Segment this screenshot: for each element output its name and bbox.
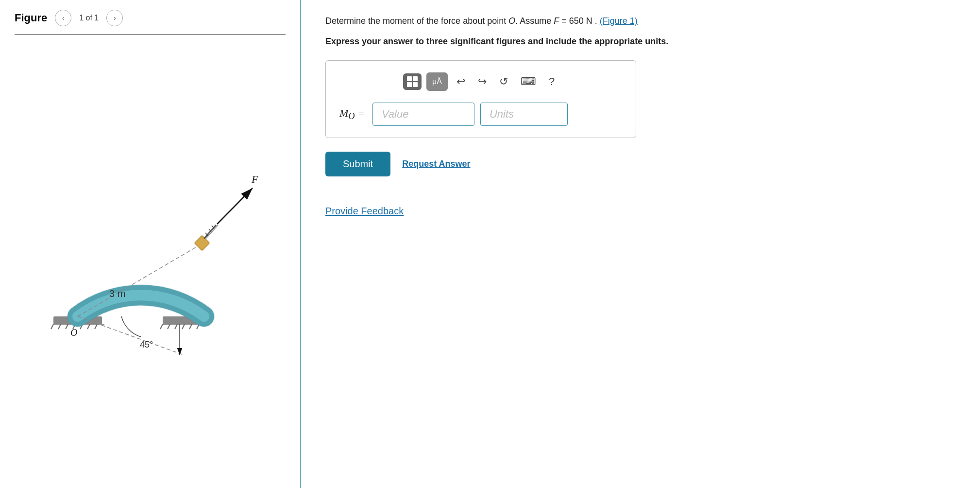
request-answer-button[interactable]: Request Answer (402, 159, 470, 169)
svg-line-10 (168, 324, 170, 329)
force-label: F (251, 173, 258, 185)
left-panel: Figure ‹ 1 of 1 › (0, 0, 301, 488)
figure-divider (15, 34, 286, 35)
svg-line-9 (160, 324, 163, 329)
svg-line-7 (95, 324, 97, 329)
svg-line-2 (58, 324, 61, 329)
matrix-cell-3 (407, 82, 412, 87)
figure-title: Figure (15, 12, 47, 24)
distance-label: 3 m (109, 288, 125, 299)
matrix-cell-4 (413, 82, 418, 87)
matrix-cell-1 (407, 76, 412, 81)
svg-line-13 (189, 324, 192, 329)
diagram-svg: O 3 m 45° (24, 54, 277, 384)
right-panel: Determine the moment of the force about … (301, 0, 980, 488)
svg-line-12 (182, 324, 185, 329)
figure-header: Figure ‹ 1 of 1 › (15, 10, 286, 26)
keyboard-button[interactable]: ⌨ (517, 73, 540, 90)
problem-instruction: Express your answer to three significant… (325, 36, 956, 47)
mu-button[interactable]: μÅ (426, 72, 448, 91)
mo-subscript: O (348, 111, 355, 121)
point-o-label: O (70, 327, 77, 338)
matrix-cell-2 (413, 76, 418, 81)
figure-area: O 3 m 45° (15, 44, 286, 384)
value-input[interactable] (372, 103, 474, 126)
undo-button[interactable]: ↩ (453, 73, 469, 90)
matrix-button[interactable] (403, 73, 422, 90)
help-button[interactable]: ? (545, 73, 558, 90)
svg-line-3 (66, 324, 68, 329)
rope (204, 225, 216, 239)
arch-shadow (78, 295, 204, 316)
redo-button[interactable]: ↪ (474, 73, 490, 90)
answer-box: μÅ ↩ ↪ ↺ ⌨ ? MO = (325, 60, 636, 138)
units-input[interactable] (480, 103, 568, 126)
refresh-button[interactable]: ↺ (495, 73, 512, 90)
input-row: MO = (339, 103, 622, 126)
svg-line-11 (175, 324, 177, 329)
angle-label: 45° (140, 340, 153, 349)
angle-arc (121, 316, 141, 337)
provide-feedback-button[interactable]: Provide Feedback (325, 206, 404, 217)
force-arrow (217, 188, 253, 224)
prev-button[interactable]: ‹ (55, 10, 71, 26)
mo-label: MO = (339, 107, 365, 122)
svg-line-1 (51, 324, 53, 329)
figure-link[interactable]: (Figure 1) (600, 16, 638, 26)
submit-button[interactable]: Submit (325, 152, 390, 176)
page-indicator: 1 of 1 (79, 14, 99, 22)
pulley-connector (194, 235, 209, 250)
next-button[interactable]: › (106, 10, 123, 26)
problem-statement: Determine the moment of the force about … (325, 15, 956, 28)
toolbar: μÅ ↩ ↪ ↺ ⌨ ? (339, 72, 622, 91)
rope-shade (206, 225, 218, 239)
action-row: Submit Request Answer (325, 152, 956, 176)
svg-line-6 (87, 324, 90, 329)
